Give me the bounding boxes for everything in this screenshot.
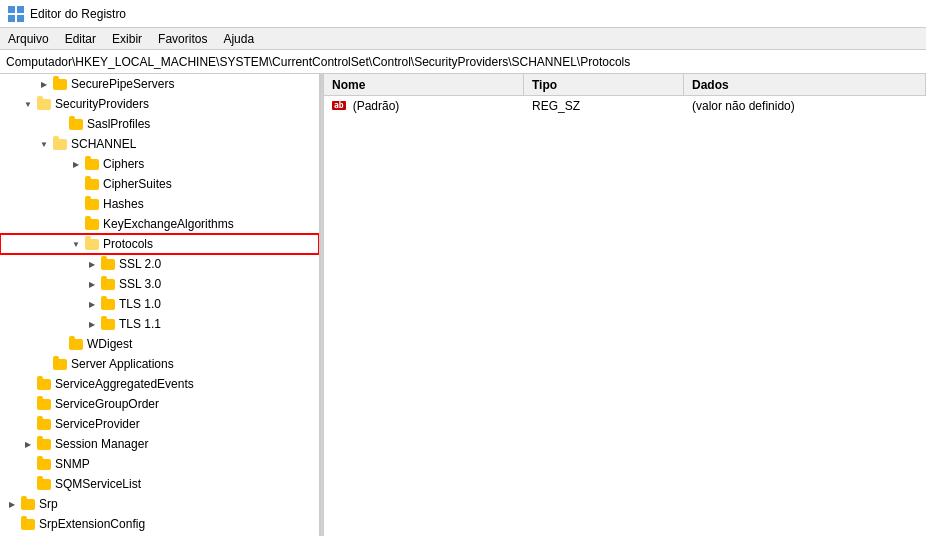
tree-label: Srp (39, 497, 58, 511)
menu-bar: Arquivo Editar Exibir Favoritos Ajuda (0, 28, 926, 50)
tree-expander (68, 194, 84, 214)
right-panel-rows: ab(Padrão)REG_SZ(valor não definido) (324, 96, 926, 116)
tree-expander[interactable]: ▼ (20, 94, 36, 114)
folder-icon (36, 476, 52, 492)
tree-expander[interactable]: ▼ (36, 134, 52, 154)
window-title: Editor do Registro (30, 7, 126, 21)
menu-exibir[interactable]: Exibir (104, 28, 150, 49)
folder-icon (36, 416, 52, 432)
tree-item-sqmservice[interactable]: SQMServiceList (0, 474, 319, 494)
tree-label: SrpExtensionConfig (39, 517, 145, 531)
tree-item-srpext[interactable]: SrpExtensionConfig (0, 514, 319, 534)
tree-item-ssl20[interactable]: ▶SSL 2.0 (0, 254, 319, 274)
folder-icon (100, 256, 116, 272)
folder-icon (84, 176, 100, 192)
address-bar: Computador\HKEY_LOCAL_MACHINE\SYSTEM\Cur… (0, 50, 926, 74)
address-path: Computador\HKEY_LOCAL_MACHINE\SYSTEM\Cur… (6, 55, 630, 69)
tree-item-srp[interactable]: ▶Srp (0, 494, 319, 514)
tree-label: ServiceGroupOrder (55, 397, 159, 411)
tree-item-sessionmgr[interactable]: ▶Session Manager (0, 434, 319, 454)
tree-item-ciphersuites[interactable]: CipherSuites (0, 174, 319, 194)
tree-expander[interactable]: ▶ (4, 494, 20, 514)
folder-icon (68, 116, 84, 132)
tree-expander[interactable]: ▶ (36, 74, 52, 94)
tree-label: SaslProfiles (87, 117, 150, 131)
tree-expander[interactable]: ▼ (68, 234, 84, 254)
right-panel: Nome Tipo Dados ab(Padrão)REG_SZ(valor n… (324, 74, 926, 536)
tree-expander[interactable]: ▶ (20, 434, 36, 454)
folder-icon (84, 216, 100, 232)
tree-label: SSL 2.0 (119, 257, 161, 271)
cell-nome: ab(Padrão) (324, 96, 524, 115)
folder-icon (36, 96, 52, 112)
table-row[interactable]: ab(Padrão)REG_SZ(valor não definido) (324, 96, 926, 116)
menu-favoritos[interactable]: Favoritos (150, 28, 215, 49)
tree-label: TLS 1.0 (119, 297, 161, 311)
right-panel-header: Nome Tipo Dados (324, 74, 926, 96)
col-header-dados: Dados (684, 74, 926, 95)
folder-icon (84, 236, 100, 252)
tree-item-protocols[interactable]: ▼Protocols (0, 234, 319, 254)
tree-label: SecurePipeServers (71, 77, 174, 91)
svg-rect-2 (8, 15, 15, 22)
folder-icon (52, 76, 68, 92)
menu-editar[interactable]: Editar (57, 28, 104, 49)
tree-item-serverapps[interactable]: Server Applications (0, 354, 319, 374)
folder-icon (20, 516, 36, 532)
tree-item-tls10[interactable]: ▶TLS 1.0 (0, 294, 319, 314)
tree-item-ssl30[interactable]: ▶SSL 3.0 (0, 274, 319, 294)
tree-label: Hashes (103, 197, 144, 211)
title-bar: Editor do Registro (0, 0, 926, 28)
folder-icon (52, 356, 68, 372)
tree-expander[interactable]: ▶ (68, 154, 84, 174)
svg-rect-0 (8, 6, 15, 13)
tree-label: SQMServiceList (55, 477, 141, 491)
menu-arquivo[interactable]: Arquivo (0, 28, 57, 49)
tree-item-ciphers[interactable]: ▶Ciphers (0, 154, 319, 174)
folder-icon (68, 336, 84, 352)
tree-label: SCHANNEL (71, 137, 136, 151)
tree-label: SSL 3.0 (119, 277, 161, 291)
svg-rect-3 (17, 15, 24, 22)
cell-nome-text: (Padrão) (353, 99, 400, 113)
cell-dados: (valor não definido) (684, 96, 926, 115)
tree-item-securepipe[interactable]: ▶SecurePipeServers (0, 74, 319, 94)
tree-label: CipherSuites (103, 177, 172, 191)
tree-label: ServiceAggregatedEvents (55, 377, 194, 391)
tree-expander (20, 394, 36, 414)
tree-expander (36, 354, 52, 374)
tree-expander[interactable]: ▶ (84, 254, 100, 274)
folder-icon (84, 156, 100, 172)
tree-item-tls11[interactable]: ▶TLS 1.1 (0, 314, 319, 334)
app-icon (8, 6, 24, 22)
cell-tipo: REG_SZ (524, 96, 684, 115)
tree-item-keyexchange[interactable]: KeyExchangeAlgorithms (0, 214, 319, 234)
reg-sz-icon: ab (332, 101, 346, 110)
menu-ajuda[interactable]: Ajuda (215, 28, 262, 49)
tree-item-saslprofiles[interactable]: SaslProfiles (0, 114, 319, 134)
tree-item-serviceprov[interactable]: ServiceProvider (0, 414, 319, 434)
folder-icon (36, 376, 52, 392)
tree-expander[interactable]: ▶ (84, 314, 100, 334)
tree-item-hashes[interactable]: Hashes (0, 194, 319, 214)
tree-item-servicegrp[interactable]: ServiceGroupOrder (0, 394, 319, 414)
tree-label: KeyExchangeAlgorithms (103, 217, 234, 231)
tree-expander[interactable]: ▶ (84, 294, 100, 314)
folder-icon (100, 276, 116, 292)
tree-item-wdigest[interactable]: WDigest (0, 334, 319, 354)
tree-label: Ciphers (103, 157, 144, 171)
tree-item-snmp[interactable]: SNMP (0, 454, 319, 474)
tree-panel[interactable]: ▶SecurePipeServers▼SecurityProvidersSasl… (0, 74, 320, 536)
tree-item-schannel[interactable]: ▼SCHANNEL (0, 134, 319, 154)
tree-item-serviceagg[interactable]: ServiceAggregatedEvents (0, 374, 319, 394)
tree-expander (20, 414, 36, 434)
tree-expander (68, 174, 84, 194)
folder-icon (84, 196, 100, 212)
col-header-tipo: Tipo (524, 74, 684, 95)
svg-rect-1 (17, 6, 24, 13)
tree-expander[interactable]: ▶ (84, 274, 100, 294)
tree-item-secproviders[interactable]: ▼SecurityProviders (0, 94, 319, 114)
folder-icon (36, 456, 52, 472)
folder-icon (52, 136, 68, 152)
tree-label: Session Manager (55, 437, 148, 451)
